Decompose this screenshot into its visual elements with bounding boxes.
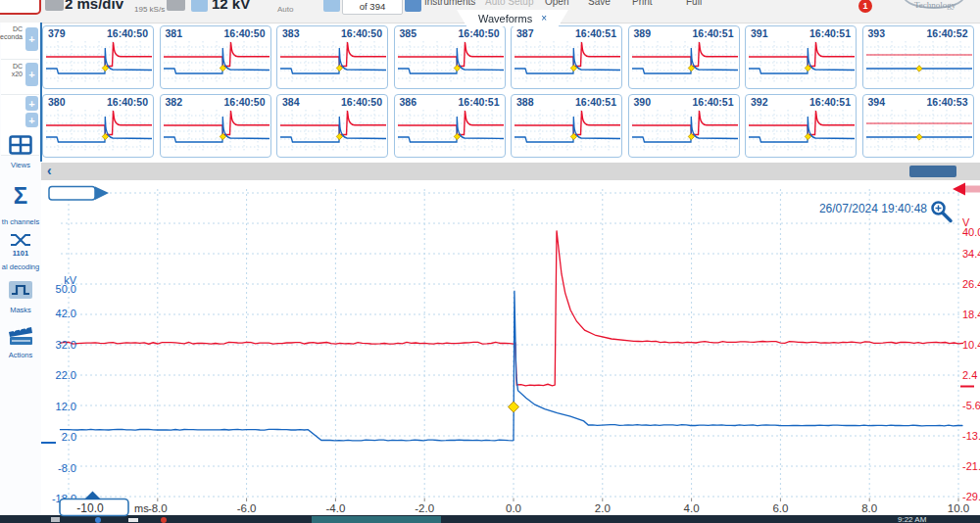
waveform-thumbnail[interactable]: 38816:40:51 [511, 94, 622, 158]
masks-icon[interactable] [0, 280, 41, 304]
axis-label: 0.0 [506, 502, 521, 514]
waveform-thumbnail[interactable]: 38916:40:51 [628, 25, 740, 89]
waveform-thumbnail[interactable]: 38116:40:50 [160, 25, 271, 89]
waveform-thumbnail[interactable]: 38516:40:50 [394, 25, 506, 89]
thumbnail-waveform [44, 39, 154, 86]
thumbnail-timestamp: 16:40:51 [575, 96, 616, 108]
thumbnail-timestamp: 16:40:50 [107, 96, 148, 108]
axis-label: 42.0 [56, 308, 76, 319]
waveform-thumbnail[interactable]: 38016:40:50 [42, 94, 154, 158]
axis-label: -4.0 [325, 502, 345, 514]
thumbnail-waveform [278, 108, 388, 155]
buffer-count-box[interactable]: of 394 [342, 0, 403, 15]
buffer-count-label: of 394 [360, 1, 385, 12]
waveform-thumbnail[interactable]: 39116:40:51 [745, 25, 857, 89]
range-auto-label: Auto [277, 5, 293, 14]
waveform-thumbnail[interactable]: 38716:40:51 [511, 25, 622, 89]
serial-decoding-icon-text: 1101 [0, 249, 41, 258]
thumbnail-waveform [278, 39, 388, 86]
sidebar-item-views[interactable]: Views [0, 161, 41, 169]
axis-label: -5.6 [962, 400, 980, 411]
menu-item-instruments[interactable]: Instruments [424, 0, 475, 7]
thumbnail-timestamp: 16:40:53 [926, 96, 967, 108]
thumbnail-waveform [513, 108, 622, 155]
voltage-range-value[interactable]: 12 kV [212, 0, 250, 12]
trigger-marker-diamond [509, 402, 519, 412]
views-icon[interactable] [0, 135, 41, 159]
thumbnail-waveform [44, 108, 154, 155]
axis-label: 50.0 [56, 283, 76, 295]
buffer-prev-button[interactable] [323, 0, 340, 12]
scroll-left-icon[interactable]: ‹ [47, 163, 52, 178]
channel-2-probe-label: x20 [0, 71, 23, 78]
waveform-thumbnail[interactable]: 39016:40:51 [628, 94, 740, 158]
chart-scroll-arrow-icon [95, 187, 109, 201]
zoom-magnifier-icon[interactable] [933, 203, 945, 214]
sidebar: DC econda + DC x20 + + + Views Σ th chan… [0, 23, 41, 515]
waveform-thumbnail[interactable]: 39416:40:53 [862, 94, 974, 158]
trigger-mode-button[interactable] [0, 0, 41, 15]
thumbnail-timestamp: 16:40:50 [107, 27, 148, 39]
menu-item-save[interactable]: Save [588, 0, 611, 7]
channel-3-add-button[interactable]: + [25, 96, 38, 111]
actions-icon[interactable] [0, 325, 41, 350]
waveform-thumbnail[interactable]: 39316:40:52 [862, 25, 974, 89]
thumbnail-number: 381 [166, 27, 183, 39]
waveform-thumbnail[interactable]: 37916:40:50 [42, 25, 154, 89]
x-offset-pill[interactable] [60, 499, 128, 516]
axis-label: 10.4 [962, 339, 980, 351]
axis-label: 10.0 [948, 502, 969, 514]
axis-label: 26/07/2024 19:40:48 [819, 202, 927, 215]
waveform-thumbnail[interactable]: 38316:40:50 [276, 25, 388, 89]
thumbnail-number: 390 [634, 96, 652, 108]
axis-label: 18.4 [962, 309, 980, 320]
timebase-increase-button[interactable] [167, 0, 185, 11]
channel-2-add-button[interactable]: + [25, 63, 38, 86]
menu-item-print[interactable]: Print [632, 0, 653, 7]
taskbar-icon-2[interactable] [95, 517, 101, 523]
menu-item-full[interactable]: Full [686, 0, 702, 7]
thumbnail-timestamp: 16:40:51 [809, 96, 851, 108]
taskbar-icon-1[interactable] [51, 517, 60, 522]
range-button-left[interactable] [191, 0, 208, 12]
notification-badge[interactable]: 1 [858, 0, 872, 13]
channel-1-add-button[interactable]: + [25, 27, 38, 51]
taskbar-icon-4[interactable] [161, 517, 167, 523]
thumbnail-timestamp: 16:40:51 [692, 96, 733, 108]
picoscope-window: 2 ms/div 195 kS/s 12 kV Auto of 394 Inst… [0, 0, 980, 523]
waveform-thumbnail[interactable]: 38616:40:51 [394, 94, 506, 158]
buffer-scrollbar[interactable]: ‹ [41, 163, 980, 180]
axis-label: 8.0 [861, 502, 877, 514]
axis-label: kV [64, 274, 77, 286]
sidebar-item-serial-decoding[interactable]: al decoding [0, 262, 41, 271]
menu-item-open[interactable]: Open [545, 0, 568, 7]
taskbar-icon-3[interactable] [128, 518, 138, 522]
thumbnail-timestamp: 16:40:51 [458, 96, 499, 108]
chart-scroll-box[interactable] [49, 187, 95, 201]
thumbnail-waveform [162, 39, 271, 86]
timebase-decrease-button[interactable] [45, 0, 64, 11]
thumbnail-timestamp: 16:40:51 [692, 27, 733, 39]
buffer-next-button[interactable] [405, 0, 421, 12]
tab-waveforms[interactable]: Waveforms × [457, 10, 568, 26]
taskbar-active-window[interactable] [312, 516, 441, 523]
timebase-value[interactable]: 2 ms/div [65, 0, 123, 12]
waveform-thumbnail[interactable]: 38416:40:50 [276, 94, 388, 158]
channel-4-add-button[interactable]: + [25, 113, 38, 127]
scrollbar-thumb[interactable] [909, 166, 956, 177]
sidebar-item-math-channels[interactable]: th channels [0, 217, 41, 226]
sidebar-item-actions[interactable]: Actions [0, 351, 41, 359]
math-channels-icon[interactable]: Σ [0, 184, 41, 208]
waveform-thumbnail[interactable]: 38216:40:50 [160, 94, 271, 158]
axis-label: 2.0 [62, 431, 76, 443]
serial-decoding-icon[interactable]: 1101 [0, 233, 41, 258]
axis-label: 12.0 [56, 401, 76, 412]
tab-close-icon[interactable]: × [541, 13, 547, 24]
thumbnail-number: 391 [751, 27, 768, 39]
taskbar[interactable]: 9:22 AM [0, 515, 980, 523]
sample-rate-label: 195 kS/s [134, 5, 165, 14]
thumbnail-row-1: 37916:40:5038116:40:5038316:40:5038516:4… [41, 25, 980, 90]
sidebar-item-masks[interactable]: Masks [0, 306, 41, 314]
axis-label: ms [134, 502, 149, 514]
waveform-thumbnail[interactable]: 39216:40:51 [745, 94, 857, 158]
